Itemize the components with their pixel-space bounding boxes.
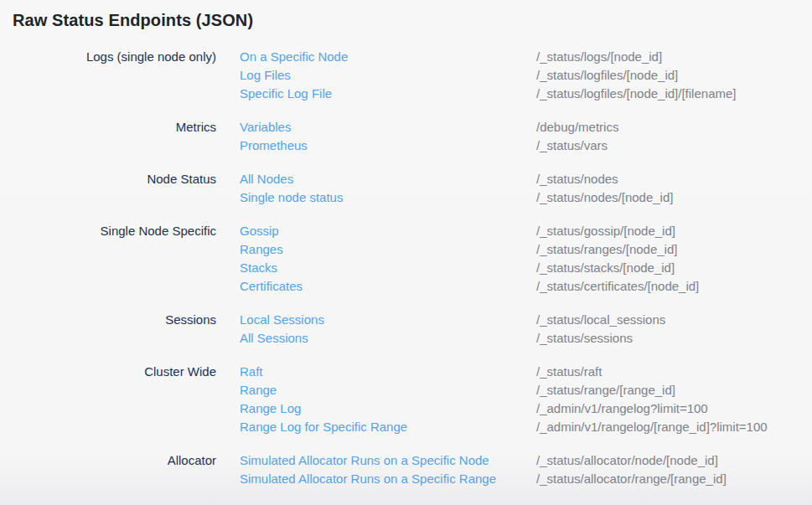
endpoint-path: /_status/certificates/[node_id] [536, 277, 812, 296]
group-paths-column: /_status/nodes /_status/nodes/[node_id] [536, 170, 812, 207]
link-log-files[interactable]: Log Files [240, 66, 536, 85]
link-variables[interactable]: Variables [240, 118, 536, 137]
endpoint-path: /_status/raft [536, 363, 812, 381]
page-title: Raw Status Endpoints (JSON) [0, 0, 812, 30]
endpoint-path: /_status/gossip/[node_id] [536, 222, 812, 240]
group-category-label: Logs (single node only) [0, 48, 216, 66]
link-ranges[interactable]: Ranges [240, 240, 536, 259]
endpoint-path: /_status/sessions [536, 329, 812, 348]
endpoint-group-sessions: Sessions Local Sessions All Sessions /_s… [0, 311, 812, 348]
link-simulated-allocator-runs-range[interactable]: Simulated Allocator Runs on a Specific R… [240, 470, 536, 488]
endpoint-path: /_status/vars [536, 137, 812, 155]
endpoint-group-cluster-wide: Cluster Wide Raft Range Range Log Range … [0, 363, 812, 436]
group-category-label: Single Node Specific [0, 222, 216, 240]
link-stacks[interactable]: Stacks [240, 259, 536, 277]
group-paths-column: /debug/metrics /_status/vars [536, 118, 812, 155]
endpoint-group-logs: Logs (single node only) On a Specific No… [0, 48, 812, 103]
endpoint-path: /_status/nodes [536, 170, 812, 188]
link-specific-log-file[interactable]: Specific Log File [240, 85, 536, 103]
group-paths-column: /_status/raft /_status/range/[range_id] … [536, 363, 812, 436]
endpoint-path: /_status/nodes/[node_id] [536, 188, 812, 207]
group-links-column: Variables Prometheus [240, 118, 536, 155]
group-category-label: Metrics [0, 118, 216, 137]
endpoint-group-single-node-specific: Single Node Specific Gossip Ranges Stack… [0, 222, 812, 296]
link-gossip[interactable]: Gossip [240, 222, 536, 240]
endpoint-group-node-status: Node Status All Nodes Single node status… [0, 170, 812, 207]
group-links-column: On a Specific Node Log Files Specific Lo… [240, 48, 536, 103]
link-certificates[interactable]: Certificates [240, 277, 536, 296]
group-paths-column: /_status/allocator/node/[node_id] /_stat… [536, 451, 812, 488]
link-single-node-status[interactable]: Single node status [240, 188, 536, 207]
endpoint-path: /debug/metrics [536, 118, 812, 137]
link-all-nodes[interactable]: All Nodes [240, 170, 536, 188]
link-local-sessions[interactable]: Local Sessions [240, 311, 536, 329]
endpoint-path: /_status/logs/[node_id] [536, 48, 812, 66]
link-prometheus[interactable]: Prometheus [240, 137, 536, 155]
debug-endpoints-page: Raw Status Endpoints (JSON) Logs (single… [0, 0, 812, 505]
endpoint-path: /_status/local_sessions [536, 311, 812, 329]
link-range-log-for-specific-range[interactable]: Range Log for Specific Range [240, 418, 536, 436]
group-category-label: Cluster Wide [0, 363, 216, 381]
endpoint-path: /_status/ranges/[node_id] [536, 240, 812, 259]
endpoint-path: /_status/stacks/[node_id] [536, 259, 812, 277]
endpoint-group-allocator: Allocator Simulated Allocator Runs on a … [0, 451, 812, 488]
group-category-label: Allocator [0, 451, 216, 470]
link-range-log[interactable]: Range Log [240, 399, 536, 418]
group-paths-column: /_status/logs/[node_id] /_status/logfile… [536, 48, 812, 103]
group-links-column: Local Sessions All Sessions [240, 311, 536, 348]
group-links-column: Simulated Allocator Runs on a Specific N… [240, 451, 536, 488]
group-category-label: Node Status [0, 170, 216, 188]
link-simulated-allocator-runs-node[interactable]: Simulated Allocator Runs on a Specific N… [240, 451, 536, 470]
link-on-a-specific-node[interactable]: On a Specific Node [240, 48, 536, 66]
group-links-column: Raft Range Range Log Range Log for Speci… [240, 363, 536, 436]
group-links-column: All Nodes Single node status [240, 170, 536, 207]
endpoint-path: /_admin/v1/rangelog?limit=100 [536, 399, 812, 418]
endpoint-path: /_status/allocator/node/[node_id] [536, 451, 812, 470]
endpoint-group-metrics: Metrics Variables Prometheus /debug/metr… [0, 118, 812, 155]
endpoint-groups: Logs (single node only) On a Specific No… [0, 48, 812, 488]
endpoint-path: /_status/logfiles/[node_id] [536, 66, 812, 85]
endpoint-path: /_status/logfiles/[node_id]/[filename] [536, 85, 812, 103]
group-paths-column: /_status/gossip/[node_id] /_status/range… [536, 222, 812, 296]
group-links-column: Gossip Ranges Stacks Certificates [240, 222, 536, 296]
group-paths-column: /_status/local_sessions /_status/session… [536, 311, 812, 348]
link-range[interactable]: Range [240, 381, 536, 399]
group-category-label: Sessions [0, 311, 216, 329]
endpoint-path: /_status/range/[range_id] [536, 381, 812, 399]
link-all-sessions[interactable]: All Sessions [240, 329, 536, 348]
link-raft[interactable]: Raft [240, 363, 536, 381]
endpoint-path: /_admin/v1/rangelog/[range_id]?limit=100 [536, 418, 812, 436]
endpoint-path: /_status/allocator/range/[range_id] [536, 470, 812, 488]
